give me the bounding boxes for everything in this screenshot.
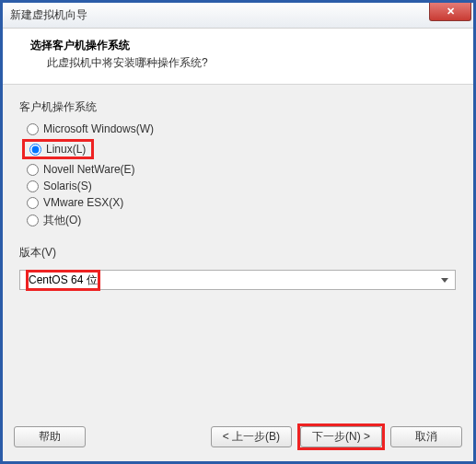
- button-label: 取消: [415, 429, 437, 445]
- radio-label: Linux(L): [46, 143, 86, 156]
- version-selected: CentOS 64 位: [29, 273, 98, 288]
- os-radio-group: Microsoft Windows(W) Linux(L) Novell Net…: [19, 121, 457, 230]
- radio-linux[interactable]: Linux(L): [22, 139, 94, 159]
- radio-netware-input[interactable]: [27, 164, 39, 176]
- button-label: 下一步(N) >: [312, 429, 370, 445]
- radio-windows[interactable]: Microsoft Windows(W): [19, 121, 457, 137]
- window-title: 新建虚拟机向导: [10, 7, 87, 23]
- radio-linux-input[interactable]: [29, 144, 41, 156]
- radio-label: Solaris(S): [43, 180, 92, 192]
- wizard-window: 新建虚拟机向导 ✕ 选择客户机操作系统 此虚拟机中将安装哪种操作系统? 客户机操…: [3, 3, 473, 461]
- radio-other[interactable]: 其他(O): [19, 211, 457, 230]
- content-area: 客户机操作系统 Microsoft Windows(W) Linux(L) No…: [3, 85, 473, 414]
- dropdown-arrow-area[interactable]: [438, 278, 451, 283]
- radio-netware[interactable]: Novell NetWare(E): [19, 161, 457, 178]
- button-label: 帮助: [39, 429, 61, 445]
- close-icon: ✕: [447, 6, 455, 17]
- radio-other-input[interactable]: [27, 215, 39, 226]
- os-group-label: 客户机操作系统: [19, 99, 457, 115]
- radio-vmware-esx-input[interactable]: [27, 197, 39, 209]
- button-row: 帮助 < 上一步(B) 下一步(N) > 取消: [3, 414, 473, 461]
- version-dropdown[interactable]: CentOS 64 位: [19, 270, 456, 290]
- version-label: 版本(V): [19, 245, 457, 261]
- button-label: < 上一步(B): [223, 429, 280, 445]
- header-panel: 选择客户机操作系统 此虚拟机中将安装哪种操作系统?: [3, 29, 473, 85]
- header-title: 选择客户机操作系统: [16, 38, 460, 53]
- back-button[interactable]: < 上一步(B): [211, 426, 292, 447]
- radio-vmware-esx[interactable]: VMware ESX(X): [19, 194, 457, 211]
- next-button[interactable]: 下一步(N) >: [300, 426, 382, 447]
- chevron-down-icon: [441, 278, 448, 283]
- radio-solaris-input[interactable]: [27, 180, 39, 192]
- cancel-button[interactable]: 取消: [390, 426, 462, 447]
- titlebar: 新建虚拟机向导 ✕: [3, 3, 473, 29]
- close-button[interactable]: ✕: [429, 3, 471, 21]
- header-subtitle: 此虚拟机中将安装哪种操作系统?: [16, 55, 460, 71]
- radio-label: VMware ESX(X): [43, 196, 123, 209]
- radio-label: Novell NetWare(E): [43, 163, 135, 176]
- radio-solaris[interactable]: Solaris(S): [19, 178, 457, 194]
- radio-windows-input[interactable]: [27, 123, 39, 135]
- help-button[interactable]: 帮助: [14, 426, 86, 447]
- radio-label: 其他(O): [43, 213, 81, 228]
- radio-label: Microsoft Windows(W): [43, 122, 154, 135]
